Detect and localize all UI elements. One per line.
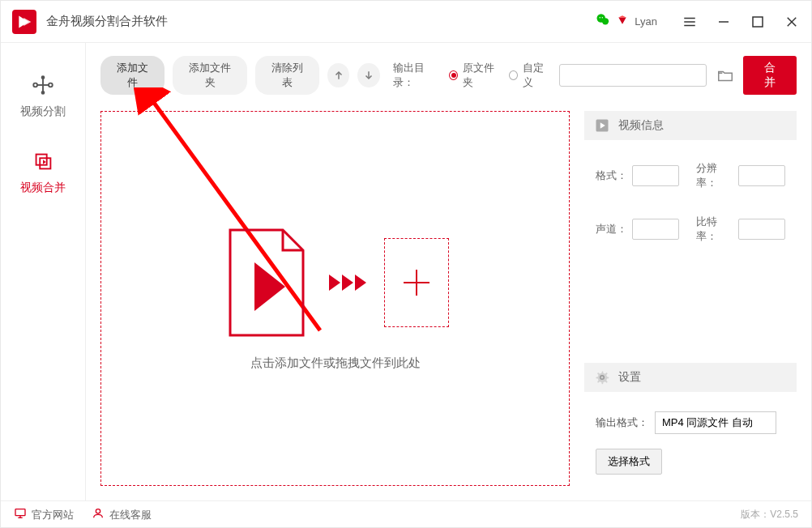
- sidebar-item-merge[interactable]: 视频合并: [1, 134, 85, 210]
- footer: 官方网站 在线客服 版本：V2.5.5: [1, 500, 811, 528]
- official-site-text: 官方网站: [32, 508, 74, 522]
- app-logo-icon: [12, 10, 36, 34]
- radio-dot-source[interactable]: [449, 70, 458, 80]
- official-site-link[interactable]: 官方网站: [14, 507, 74, 522]
- user-area[interactable]: Lyan: [596, 12, 657, 31]
- resolution-value: [738, 165, 785, 186]
- online-service-link[interactable]: 在线客服: [92, 507, 152, 522]
- dropzone[interactable]: 点击添加文件或拖拽文件到此处: [100, 111, 570, 486]
- bitrate-value: [738, 219, 785, 240]
- minimize-icon[interactable]: [716, 14, 732, 30]
- radio-label-source: 原文件夹: [463, 61, 501, 90]
- merge-icon: [30, 148, 56, 174]
- radio-custom-folder[interactable]: 自定义: [509, 61, 551, 90]
- diamond-icon: [617, 15, 628, 28]
- format-label: 格式：: [596, 168, 627, 183]
- gear-icon: [594, 369, 610, 385]
- browse-folder-icon[interactable]: [715, 64, 736, 87]
- svg-rect-17: [36, 155, 47, 165]
- settings-title: 设置: [618, 370, 641, 385]
- online-service-text: 在线客服: [109, 508, 152, 522]
- toolbar: 添加文件 添加文件夹 清除列表 输出目录： 原文件夹 自定义 合并: [86, 43, 811, 101]
- channels-value: [632, 219, 679, 240]
- svg-point-12: [49, 83, 53, 87]
- radio-dot-custom[interactable]: [509, 70, 518, 80]
- sidebar: 视频分割 视频合并: [1, 43, 86, 500]
- add-folder-button[interactable]: 添加文件夹: [173, 56, 246, 95]
- move-down-icon[interactable]: [357, 63, 379, 87]
- sidebar-item-split[interactable]: 视频分割: [1, 57, 85, 134]
- monitor-icon: [14, 507, 27, 522]
- svg-point-26: [96, 509, 100, 513]
- titlebar: 金舟视频分割合并软件 Lyan: [1, 1, 811, 43]
- app-title: 金舟视频分割合并软件: [46, 14, 168, 29]
- svg-point-3: [602, 17, 604, 19]
- settings-header: 设置: [584, 363, 797, 392]
- arrows-icon: [329, 275, 366, 291]
- bitrate-label: 比特率：: [696, 215, 733, 244]
- output-format-label: 输出格式：: [596, 415, 648, 430]
- version-text: 版本：V2.5.5: [741, 508, 798, 522]
- play-box-icon: [594, 117, 610, 134]
- output-dir-label: 输出目录：: [393, 61, 441, 90]
- video-info-header: 视频信息: [584, 111, 797, 140]
- wechat-icon: [596, 12, 610, 31]
- output-path-input[interactable]: [559, 64, 707, 87]
- merge-button[interactable]: 合并: [743, 56, 797, 95]
- channels-label: 声道：: [596, 222, 627, 236]
- radio-label-custom: 自定义: [523, 61, 551, 90]
- radio-source-folder[interactable]: 原文件夹: [449, 61, 501, 90]
- clear-list-button[interactable]: 清除列表: [255, 56, 319, 95]
- svg-point-2: [600, 17, 601, 19]
- add-file-button[interactable]: 添加文件: [100, 56, 165, 95]
- svg-point-11: [33, 83, 37, 87]
- format-value: [632, 165, 679, 186]
- svg-rect-18: [40, 158, 50, 168]
- settings-panel: 设置 输出格式： 选择格式: [584, 363, 797, 486]
- move-up-icon[interactable]: [327, 63, 349, 87]
- add-placeholder[interactable]: [384, 238, 449, 327]
- split-icon: [30, 72, 56, 98]
- svg-rect-8: [753, 17, 763, 27]
- headset-icon: [92, 507, 105, 522]
- choose-format-button[interactable]: 选择格式: [596, 449, 662, 475]
- file-icon: [222, 226, 311, 339]
- user-name: Lyan: [635, 15, 657, 28]
- dropzone-text: 点击添加文件或拖拽文件到此处: [250, 356, 421, 371]
- video-info-panel: 视频信息 格式： 分辨率： 声道： 比特率：: [584, 111, 797, 255]
- video-info-title: 视频信息: [618, 118, 664, 133]
- close-icon[interactable]: [784, 14, 800, 30]
- menu-icon[interactable]: [682, 14, 698, 30]
- maximize-icon[interactable]: [750, 14, 766, 30]
- sidebar-label-merge: 视频合并: [20, 181, 66, 195]
- svg-point-15: [42, 76, 45, 79]
- output-format-value: [655, 411, 776, 434]
- sidebar-label-split: 视频分割: [20, 104, 66, 119]
- svg-rect-23: [15, 509, 25, 516]
- svg-point-1: [602, 18, 609, 24]
- resolution-label: 分辨率：: [696, 161, 733, 190]
- svg-point-16: [42, 92, 45, 94]
